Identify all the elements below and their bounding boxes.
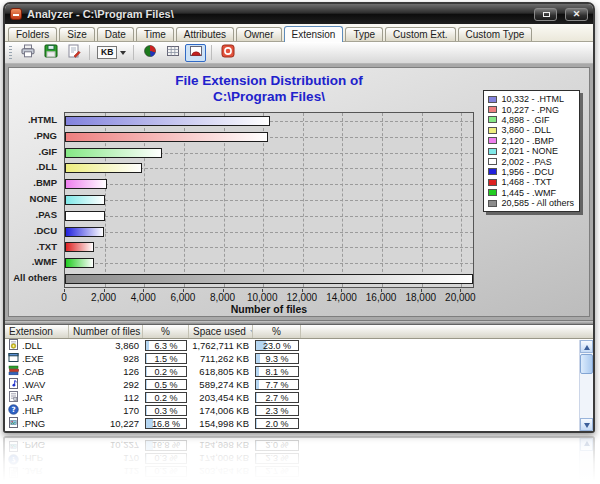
y-axis-label: All others [9,270,61,286]
files-percent-cell: 0.2 % [143,366,189,377]
units-label: KB [97,46,117,59]
chart-title: File Extension Distribution of C:\Progra… [64,73,474,105]
print-button[interactable] [17,44,38,62]
x-axis-tick-label: 8,000 [210,292,235,303]
table-row[interactable]: .PNG10,22716.8 %154,998 KB2.0 % [5,417,593,430]
tab-attributes[interactable]: Attributes [176,27,234,41]
export-icon [67,44,81,62]
table-row[interactable]: .EXE9281.5 %711,262 KB9.3 % [5,352,593,365]
legend-item: 2,120 - .BMP [488,136,574,146]
tab-custom-type[interactable]: Custom Type [458,27,533,41]
legend-label: 2,002 - .PAS [501,157,551,167]
space-percent-cell: 23.0 % [253,340,301,351]
table-row[interactable]: .JAR1120.2 %203,454 KB2.7 % [5,391,593,404]
legend-item: 10,332 - .HTML [488,94,574,104]
legend-item: 1,468 - .TXT [488,177,574,187]
table-row[interactable]: .CAB1260.2 %618,805 KB8.1 % [5,365,593,378]
cab-file-icon [8,365,19,378]
tab-custom-ext[interactable]: Custom Ext. [385,27,455,41]
x-axis-tick-label: 14,000 [326,292,357,303]
extension-name: .EXE [22,353,44,364]
legend-label: 1,468 - .TXT [501,177,551,187]
y-axis-label: .PAS [9,207,61,223]
file-count-cell: 112 [69,392,143,403]
legend-label: 10,332 - .HTML [501,94,564,104]
scroll-down-button[interactable] [580,418,593,431]
column-header-number-of-files-1[interactable]: Number of files [69,325,143,338]
chart-bar [65,227,104,237]
column-header-pct-2[interactable]: % [143,325,189,338]
percent-value: 0.3 % [154,406,177,416]
x-axis-tick-label: 6,000 [170,292,195,303]
window-reflection: Analyzer - C:\Program Files\ ✕ FoldersSi… [3,436,595,484]
legend-swatch [488,96,497,103]
percent-value: 0.2 % [154,393,177,403]
system-menu-icon[interactable] [10,8,22,20]
units-button[interactable]: KB [95,44,128,62]
extension-name: .WAV [22,379,45,390]
y-axis-labels: .HTML.PNG.GIF.DLL.BMPNONE.PAS.DCU.TXT.WM… [9,112,61,288]
percent-cell: 2.7 % [255,392,299,403]
space-percent-cell: 8.1 % [253,366,301,377]
tab-time[interactable]: Time [136,27,174,41]
legend-item: 20,585 - All others [488,198,574,208]
scrollbar-thumb[interactable] [580,354,593,374]
percent-value: 1.5 % [154,354,177,364]
save-button[interactable] [40,44,61,62]
table-row[interactable]: ?.HLP1700.3 %174,006 KB2.3 % [5,404,593,417]
toolbar-grip[interactable] [9,46,12,60]
extension-name: .PNG [22,418,45,429]
close-icon: ✕ [566,9,587,20]
gridline-horizontal [65,200,473,201]
tab-size[interactable]: Size [59,27,94,41]
x-axis-tick-label: 0 [61,292,67,303]
grid-view-button[interactable] [162,44,183,62]
space-percent-cell: 2.0 % [253,418,301,429]
percent-cell: 0.5 % [145,379,187,390]
grid-view-icon [166,44,180,62]
print-icon [21,44,35,62]
bar-chart-button[interactable] [185,44,206,62]
tab-extension[interactable]: Extension [284,26,344,42]
tab-type[interactable]: Type [345,27,383,41]
legend-label: 10,227 - .PNG [501,105,559,115]
percent-fill-bar [256,419,257,428]
vertical-scrollbar[interactable] [579,340,593,431]
scroll-up-button[interactable] [580,340,593,353]
legend-swatch [488,158,497,165]
legend-item: 1,956 - .DCU [488,167,574,177]
y-axis-label: .DLL [9,159,61,175]
file-count-cell: 3,860 [69,340,143,351]
chart-bar [65,274,473,284]
tab-date[interactable]: Date [97,27,134,41]
x-axis-title: Number of files [64,303,474,315]
chart-bar [65,148,162,158]
percent-cell: 7.7 % [255,379,299,390]
extension-cell: .JAR [5,391,69,404]
toolbar: KB [5,42,593,64]
tab-owner[interactable]: Owner [236,27,281,41]
files-percent-cell: 0.5 % [143,379,189,390]
files-percent-cell: 0.2 % [143,392,189,403]
percent-value: 16.8 % [152,419,180,429]
chart-panel: File Extension Distribution of C:\Progra… [8,67,590,317]
extension-name: .CAB [22,366,44,377]
percent-fill-bar [256,354,260,363]
tab-folders[interactable]: Folders [8,27,57,41]
chart-title-line1: File Extension Distribution of [64,73,474,89]
percent-fill-bar [146,341,149,350]
table-row[interactable]: .WAV2920.5 %589,274 KB7.7 % [5,378,593,391]
column-header-extension-0[interactable]: Extension [5,325,69,338]
stop-button[interactable] [217,44,238,62]
percent-value: 7.7 % [265,380,288,390]
pie-chart-button[interactable] [139,44,160,62]
export-button[interactable] [63,44,84,62]
column-header-pct-4[interactable]: % [253,325,301,338]
close-button[interactable]: ✕ [565,8,588,21]
extension-cell: .EXE [5,352,69,365]
column-header-space-used-3[interactable]: Space used [189,325,253,338]
maximize-button[interactable] [534,8,557,21]
space-used-cell: 1,762,711 KB [189,340,253,351]
percent-cell: 9.3 % [255,353,299,364]
table-row[interactable]: .DLL3,8606.3 %1,762,711 KB23.0 % [5,339,593,352]
